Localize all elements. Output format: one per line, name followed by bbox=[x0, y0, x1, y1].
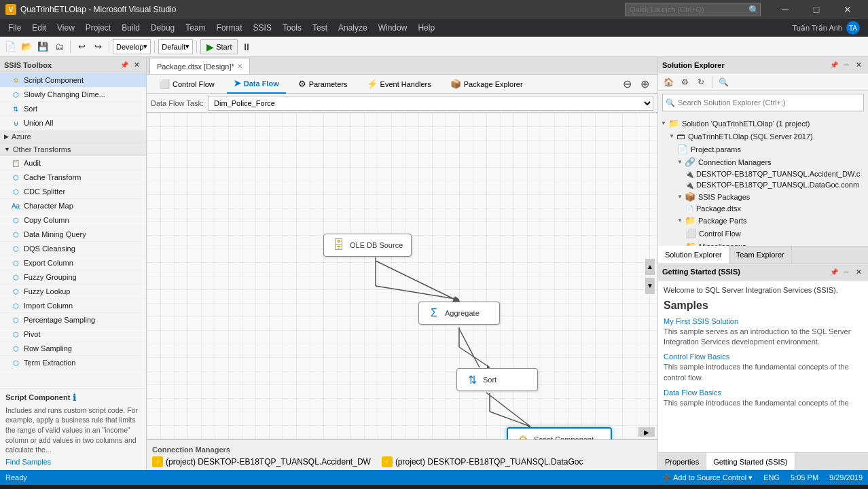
se-properties-btn[interactable]: ⚙ bbox=[677, 75, 692, 90]
gs-close-btn[interactable]: ✕ bbox=[853, 266, 864, 277]
se-pin-btn[interactable]: 📌 bbox=[829, 60, 839, 71]
scroll-up-btn[interactable]: ▲ bbox=[645, 259, 655, 275]
toolbox-item-sort[interactable]: ⇅ Sort bbox=[0, 102, 146, 116]
toolbar-saveall[interactable]: 🗂 bbox=[52, 39, 67, 54]
close-button[interactable]: ✕ bbox=[833, 0, 863, 19]
zoom-out-btn[interactable]: ⊖ bbox=[619, 77, 634, 92]
toolbox-item-export-column[interactable]: ⬡ Export Column bbox=[0, 256, 146, 270]
tree-conn-1[interactable]: 🔌 DESKTOP-EB18TQP_TUANSQL.Accident_DW.c bbox=[658, 168, 868, 179]
tree-ssis-packages[interactable]: ▼ 📦 SSIS Packages bbox=[658, 190, 868, 203]
se-home-btn[interactable]: 🏠 bbox=[661, 75, 676, 90]
tree-solution[interactable]: ▼ 📁 Solution 'QuaTrinhETLOlap' (1 projec… bbox=[658, 117, 868, 130]
toolbox-item-term-extraction[interactable]: ⬡ Term Extraction bbox=[0, 356, 146, 370]
zoom-in-btn[interactable]: ⊕ bbox=[637, 77, 652, 92]
toolbox-item-pivot[interactable]: ⬡ Pivot bbox=[0, 327, 146, 342]
tab-event-handlers[interactable]: ⚡ Event Handlers bbox=[360, 75, 438, 94]
toolbar-new[interactable]: 📄 bbox=[3, 39, 18, 54]
toolbar-pause[interactable]: ⏸ bbox=[239, 39, 254, 54]
node-script-component[interactable]: ⚙ Script Component bbox=[507, 427, 612, 439]
add-source-control[interactable]: ➕ Add to Source Control ▾ bbox=[662, 473, 753, 482]
gs-link-data-flow[interactable]: Data Flow Basics bbox=[664, 388, 863, 397]
tab-parameters[interactable]: ⚙ Parameters bbox=[291, 75, 355, 94]
se-filter-btn[interactable]: 🔍 bbox=[716, 75, 731, 90]
node-sort[interactable]: ⇅ Sort bbox=[456, 368, 538, 391]
toolbox-item-copy-column[interactable]: ⬡ Copy Column bbox=[0, 213, 146, 228]
quick-launch-input[interactable] bbox=[625, 3, 761, 16]
tree-conn-managers[interactable]: ▼ 🔗 Connection Managers bbox=[658, 156, 868, 168]
start-button[interactable]: ▶ Start bbox=[200, 39, 238, 54]
toolbox-section-other[interactable]: ▼ Other Transforms bbox=[0, 143, 146, 156]
toolbox-item-audit[interactable]: 📋 Audit bbox=[0, 156, 146, 170]
menu-test[interactable]: Test bbox=[307, 19, 333, 37]
toolbox-section-azure[interactable]: ▶ Azure bbox=[0, 130, 146, 143]
toolbox-item-character-map[interactable]: Aa Character Map bbox=[0, 199, 146, 213]
conn-item-2[interactable]: ⚡ (project) DESKTOP-EB18TQP_TUANSQL.Data… bbox=[382, 456, 583, 467]
toolbox-item-script-component[interactable]: ⚙ Script Component bbox=[0, 73, 146, 88]
develop-mode-dropdown[interactable]: Develop ▾ bbox=[113, 39, 151, 54]
menu-debug[interactable]: Debug bbox=[145, 19, 180, 37]
doc-tab-close[interactable]: ✕ bbox=[237, 62, 242, 70]
gs-minimize-btn[interactable]: ─ bbox=[841, 266, 852, 277]
se-close-btn[interactable]: ✕ bbox=[853, 60, 864, 71]
gs-link-control-flow[interactable]: Control Flow Basics bbox=[664, 352, 863, 361]
tab-team-explorer[interactable]: Team Explorer bbox=[729, 246, 792, 264]
tree-project-params[interactable]: 📄 Project.params bbox=[658, 143, 868, 156]
menu-team[interactable]: Team bbox=[180, 19, 211, 37]
tree-miscellaneous[interactable]: 📁 Miscellaneous bbox=[658, 240, 868, 246]
tab-control-flow[interactable]: ⬜ Control Flow bbox=[152, 75, 221, 94]
toolbar-undo[interactable]: ↩ bbox=[74, 39, 89, 54]
toolbar-redo[interactable]: ↪ bbox=[90, 39, 105, 54]
se-minimize-btn[interactable]: ─ bbox=[841, 60, 852, 71]
node-oledb-source[interactable]: 🗄 OLE DB Source bbox=[323, 234, 412, 257]
taskbar-taskview[interactable]: ⊡ bbox=[54, 486, 79, 489]
doc-tab-package[interactable]: Package.dtsx [Design]* ✕ bbox=[149, 58, 250, 74]
menu-project[interactable]: Project bbox=[80, 19, 116, 37]
gs-tab-properties[interactable]: Properties bbox=[658, 453, 706, 470]
tree-package-parts[interactable]: ▼ 📁 Package Parts bbox=[658, 214, 868, 227]
taskbar-chrome[interactable]: ⚫ bbox=[132, 486, 156, 489]
gs-link-first-ssis[interactable]: My First SSIS Solution bbox=[664, 317, 863, 325]
toolbox-close-btn[interactable]: ✕ bbox=[131, 60, 142, 71]
menu-view[interactable]: View bbox=[52, 19, 80, 37]
menu-tools[interactable]: Tools bbox=[277, 19, 307, 37]
menu-window[interactable]: Window bbox=[373, 19, 413, 37]
gs-pin-btn[interactable]: 📌 bbox=[829, 266, 839, 277]
tab-data-flow[interactable]: ➤ Data Flow bbox=[227, 75, 286, 94]
taskbar-explorer[interactable]: 📁 bbox=[158, 486, 182, 489]
toolbar-save[interactable]: 💾 bbox=[35, 39, 50, 54]
toolbox-item-slowly-changing[interactable]: ⬡ Slowly Changing Dime... bbox=[0, 88, 146, 102]
toolbox-item-fuzzy-grouping[interactable]: ⬡ Fuzzy Grouping bbox=[0, 270, 146, 285]
toolbox-item-dqs-cleansing[interactable]: ⬡ DQS Cleansing bbox=[0, 242, 146, 256]
config-dropdown[interactable]: Default ▾ bbox=[158, 39, 193, 54]
dataflow-task-select[interactable]: Dim_Police_Force bbox=[208, 96, 653, 111]
taskbar-start[interactable]: ⊞ bbox=[3, 486, 27, 489]
menu-format[interactable]: Format bbox=[211, 19, 248, 37]
tab-solution-explorer[interactable]: Solution Explorer bbox=[658, 246, 729, 264]
menu-edit[interactable]: Edit bbox=[26, 19, 52, 37]
tree-project[interactable]: ▼ 🗃 QuaTrinhETLOlap (SQL Server 2017) bbox=[658, 130, 868, 143]
menu-file[interactable]: File bbox=[3, 19, 26, 37]
toolbar-open[interactable]: 📂 bbox=[19, 39, 34, 54]
taskbar-search[interactable]: 🔍 bbox=[29, 486, 53, 489]
menu-ssis[interactable]: SSIS bbox=[248, 19, 277, 37]
toolbox-item-data-mining[interactable]: ⬡ Data Mining Query bbox=[0, 228, 146, 242]
toolbox-item-import-column[interactable]: ⬡ Import Column bbox=[0, 299, 146, 313]
toolbox-item-cdc-splitter[interactable]: ⬡ CDC Splitter bbox=[0, 185, 146, 199]
taskbar-ie[interactable]: 🌐 bbox=[80, 486, 105, 489]
node-aggregate[interactable]: Σ Aggregate bbox=[418, 302, 500, 325]
toolbox-item-union-all[interactable]: ⊎ Union All bbox=[0, 116, 146, 130]
toolbox-item-fuzzy-lookup[interactable]: ⬡ Fuzzy Lookup bbox=[0, 285, 146, 299]
se-search-input[interactable] bbox=[678, 98, 861, 107]
tree-conn-2[interactable]: 🔌 DESKTOP-EB18TQP_TUANSQL.DataGoc.conm bbox=[658, 179, 868, 190]
toolbox-item-cache-transform[interactable]: ⬡ Cache Transform bbox=[0, 170, 146, 185]
tree-control-flow[interactable]: ⬜ Control Flow bbox=[658, 227, 868, 240]
maximize-button[interactable]: □ bbox=[801, 0, 831, 19]
scroll-right-btn[interactable]: ▶ bbox=[638, 427, 655, 437]
toolbox-pin-btn[interactable]: 📌 bbox=[119, 60, 130, 71]
taskbar-vs[interactable]: VS bbox=[183, 486, 208, 489]
conn-item-1[interactable]: ⚡ (project) DESKTOP-EB18TQP_TUANSQL.Acci… bbox=[152, 456, 371, 467]
design-canvas[interactable]: 🗄 OLE DB Source Σ Aggregate ⇅ Sort ⚙ Scr… bbox=[147, 113, 657, 439]
scroll-down-btn[interactable]: ▼ bbox=[645, 278, 655, 294]
menu-help[interactable]: Help bbox=[412, 19, 440, 37]
taskbar-edge[interactable]: 🔵 bbox=[106, 486, 130, 489]
